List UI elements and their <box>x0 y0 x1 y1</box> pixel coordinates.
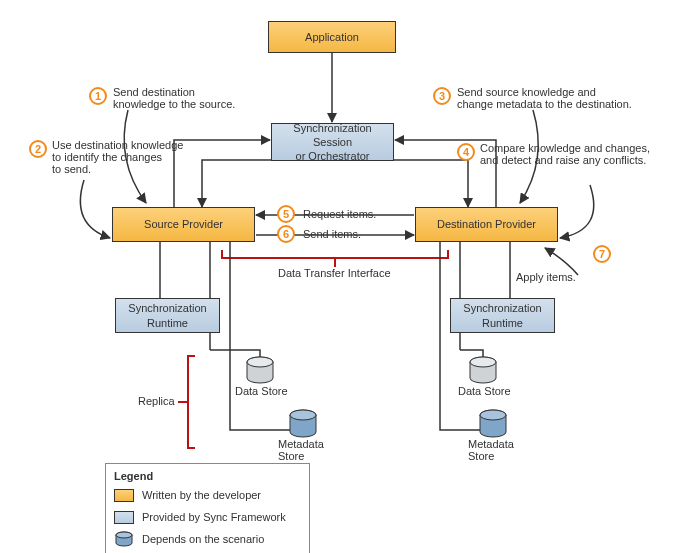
step-badge-5: 5 <box>277 205 295 223</box>
legend-text-framework: Provided by Sync Framework <box>142 511 286 523</box>
step5-label: Request items. <box>303 208 376 220</box>
step-badge-1: 1 <box>89 87 107 105</box>
sync-runtime-right-box: Synchronization Runtime <box>450 298 555 333</box>
step1-label: Send destination knowledge to the source… <box>113 86 235 110</box>
legend-text-developer: Written by the developer <box>142 489 261 501</box>
step-badge-3: 3 <box>433 87 451 105</box>
svg-point-15 <box>480 410 506 420</box>
svg-point-14 <box>470 357 496 367</box>
step-badge-6: 6 <box>277 225 295 243</box>
legend-swatch-orange <box>114 489 134 502</box>
source-provider-box: Source Provider <box>112 207 255 242</box>
legend-row-framework: Provided by Sync Framework <box>114 508 301 526</box>
session-box: Synchronization Session or Orchestrator <box>271 123 394 161</box>
metadata-store-right-label: Metadata Store <box>468 438 514 462</box>
step6-label: Send items. <box>303 228 361 240</box>
sync-runtime-left-box: Synchronization Runtime <box>115 298 220 333</box>
svg-point-11 <box>290 410 316 420</box>
legend-swatch-blue <box>114 511 134 524</box>
step4-label: Compare knowledge and changes, and detec… <box>480 142 650 166</box>
step2-label: Use destination knowledge to identify th… <box>52 139 183 175</box>
database-icon <box>114 531 134 547</box>
step-badge-2: 2 <box>29 140 47 158</box>
step-badge-4: 4 <box>457 143 475 161</box>
svg-point-16 <box>480 410 506 420</box>
data-transfer-interface-label: Data Transfer Interface <box>278 267 391 279</box>
svg-point-12 <box>290 410 316 420</box>
legend-box: Legend Written by the developer Provided… <box>105 463 310 553</box>
step3-label: Send source knowledge and change metadat… <box>457 86 632 110</box>
legend-text-depends: Depends on the scenario <box>142 533 264 545</box>
legend-row-depends: Depends on the scenario <box>114 530 301 548</box>
metadata-store-left-label: Metadata Store <box>278 438 324 462</box>
svg-point-18 <box>116 532 132 538</box>
step7-label: Apply items. <box>516 271 576 283</box>
data-store-right-label: Data Store <box>458 385 511 397</box>
legend-title: Legend <box>114 470 301 482</box>
application-box: Application <box>268 21 396 53</box>
step-badge-7: 7 <box>593 245 611 263</box>
svg-point-10 <box>247 357 273 367</box>
svg-point-9 <box>247 357 273 367</box>
destination-provider-box: Destination Provider <box>415 207 558 242</box>
replica-label: Replica <box>138 395 175 407</box>
data-store-left-label: Data Store <box>235 385 288 397</box>
legend-row-developer: Written by the developer <box>114 486 301 504</box>
svg-point-13 <box>470 357 496 367</box>
